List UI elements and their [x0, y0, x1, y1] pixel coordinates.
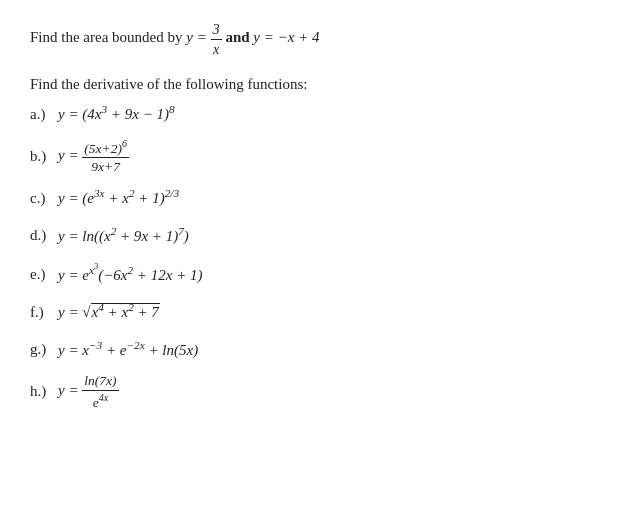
part-a-eq: y = (4x3 + 9x − 1)8	[58, 99, 175, 129]
part-e-eq: y = ex3(−6x2 + 12x + 1)	[58, 258, 203, 289]
problem-2-heading: Find the derivative of the following fun…	[30, 76, 597, 93]
part-c-label: c.)	[30, 184, 58, 213]
part-d: d.) y = ln((x2 + 9x + 1)7)	[30, 221, 597, 251]
part-f-eq: y = √x4 + x2 + 7	[58, 297, 160, 327]
part-b-eq: y = (5x+2)69x+7	[58, 137, 129, 176]
problem-1-text: Find the area bounded by y = 3x and y = …	[30, 20, 597, 58]
part-c: c.) y = (e3x + x2 + 1)2/3	[30, 183, 597, 213]
part-g-label: g.)	[30, 335, 58, 364]
part-d-label: d.)	[30, 221, 58, 250]
part-e: e.) y = ex3(−6x2 + 12x + 1)	[30, 258, 597, 289]
part-a: a.) y = (4x3 + 9x − 1)8	[30, 99, 597, 129]
part-b: b.) y = (5x+2)69x+7	[30, 137, 597, 176]
part-a-label: a.)	[30, 100, 58, 129]
problem-1-eq1: y = 3x	[186, 29, 221, 45]
part-h-label: h.)	[30, 377, 58, 406]
part-b-label: b.)	[30, 142, 58, 171]
part-h-eq: y = ln(7x)e4x	[58, 372, 119, 411]
problem-1-eq2: y = −x + 4	[253, 29, 319, 45]
part-h: h.) y = ln(7x)e4x	[30, 372, 597, 411]
part-g: g.) y = x−3 + e−2x + ln(5x)	[30, 335, 597, 365]
problem-1-section: Find the area bounded by y = 3x and y = …	[30, 20, 597, 58]
problem-1-connector: and	[225, 29, 253, 45]
part-d-eq: y = ln((x2 + 9x + 1)7)	[58, 221, 189, 251]
part-g-eq: y = x−3 + e−2x + ln(5x)	[58, 335, 198, 365]
part-c-eq: y = (e3x + x2 + 1)2/3	[58, 183, 179, 213]
part-e-label: e.)	[30, 260, 58, 289]
problem-1-label: Find the area bounded by	[30, 29, 186, 45]
problem-2-section: Find the derivative of the following fun…	[30, 76, 597, 411]
part-f-label: f.)	[30, 298, 58, 327]
part-f: f.) y = √x4 + x2 + 7	[30, 297, 597, 327]
